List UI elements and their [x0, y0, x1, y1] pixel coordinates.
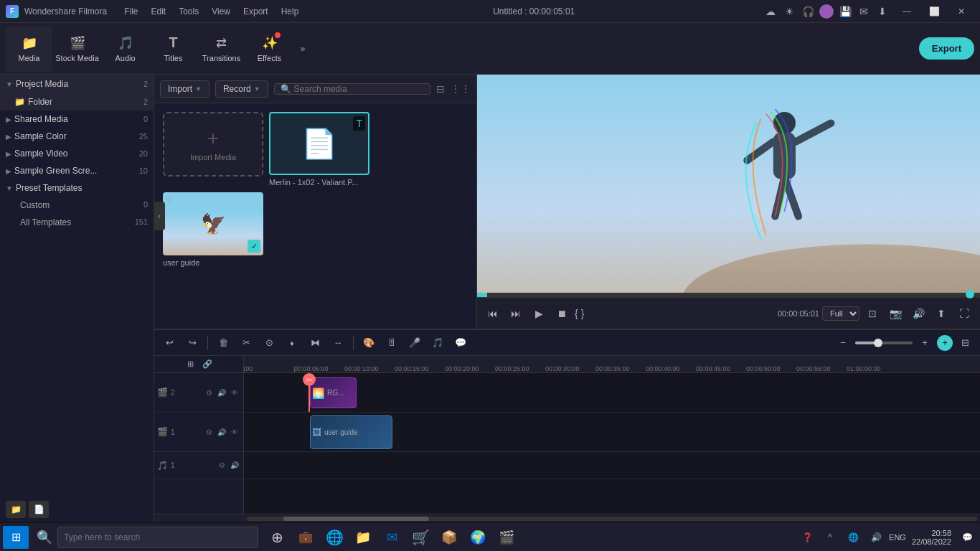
taskbar-edge-button[interactable]: 🌐 [321, 524, 347, 550]
menu-help[interactable]: Help [275, 5, 305, 18]
video2-mute-button[interactable]: 🔊 [216, 387, 227, 398]
sidebar-item-custom[interactable]: Custom 0 [0, 197, 154, 214]
sidebar-item-sample-video[interactable]: ▶ Sample Video 20 [0, 145, 154, 162]
redo-button[interactable]: ↪ [183, 334, 202, 352]
taskbar-search-input[interactable] [64, 532, 252, 542]
preview-progress-bar[interactable] [477, 293, 980, 297]
video1-settings-button[interactable]: ⚙ [203, 426, 215, 438]
effects-timeline-button[interactable]: 🎨 [359, 334, 378, 352]
playhead-head[interactable]: ✂ [303, 373, 316, 386]
panel-collapse-button[interactable]: ‹ [154, 202, 165, 230]
toolbar-more-button[interactable]: » [294, 40, 311, 57]
preset-templates-header[interactable]: ▼ Preset Templates [0, 179, 154, 197]
avatar[interactable] [819, 4, 834, 19]
import-media-card[interactable]: + Import Media [163, 112, 263, 176]
toolbar-media[interactable]: 📁 Media [6, 26, 52, 72]
minimize-button[interactable]: — [894, 0, 920, 23]
extract-icon[interactable]: ⬆ [931, 303, 951, 324]
subtitle-button[interactable]: 💬 [451, 334, 470, 352]
zoom-handle[interactable] [874, 339, 882, 347]
network-icon[interactable]: 🌐 [843, 527, 863, 547]
taskbar-files-button[interactable]: 📁 [350, 524, 376, 550]
stabilize-button[interactable]: ⧓ [306, 334, 324, 352]
scrollbar-thumb[interactable] [283, 517, 430, 521]
download-icon[interactable]: ⬇ [875, 4, 890, 19]
toolbar-stock-media[interactable]: 🎬 Stock Media [54, 26, 100, 72]
toolbar-audio[interactable]: 🎵 Audio [102, 26, 149, 72]
grid-icon[interactable]: ⋮⋮ [451, 83, 471, 95]
taskbar-help-icon[interactable]: ❓ [797, 527, 817, 547]
menu-view[interactable]: View [206, 5, 236, 18]
timeline-settings-button[interactable]: ⊟ [956, 334, 974, 352]
cut-button[interactable]: ✂ [237, 334, 255, 352]
volume-taskbar-icon[interactable]: 🔊 [866, 527, 886, 547]
taskbar-amazon-button[interactable]: 🛒 [407, 524, 433, 550]
taskbar-filmora-button[interactable]: 🎬 [494, 524, 519, 550]
toolbar-transitions[interactable]: ⇄ Transitions [198, 26, 245, 72]
audio1-mute-button[interactable]: 🔊 [229, 460, 240, 471]
add-track-button[interactable]: + [937, 335, 953, 351]
start-button[interactable]: ⊞ [3, 526, 29, 549]
fit-icon[interactable]: ⊡ [862, 303, 882, 324]
media-card-user-guide[interactable]: ⊞ 🦅 ✓ user guide [163, 192, 263, 267]
headphone-icon[interactable]: 🎧 [801, 4, 815, 19]
volume-icon[interactable]: 🔊 [908, 303, 928, 324]
add-folder-button[interactable]: 📁 [6, 501, 26, 518]
play-button[interactable]: ▶ [529, 303, 549, 324]
save-icon[interactable]: 💾 [838, 4, 852, 19]
menu-tools[interactable]: Tools [173, 5, 204, 18]
audio1-settings-button[interactable]: ⚙ [216, 460, 227, 471]
filter-icon[interactable]: ⊟ [436, 83, 445, 95]
microphone-button[interactable]: 🎤 [405, 334, 424, 352]
taskbar-dropbox-button[interactable]: 📦 [436, 524, 462, 550]
sidebar-item-all-templates[interactable]: All Templates 151 [0, 214, 154, 231]
undo-button[interactable]: ↩ [160, 334, 179, 352]
playhead[interactable]: ✂ [308, 373, 310, 412]
video1-mute-button[interactable]: 🔊 [216, 426, 227, 438]
video2-settings-button[interactable]: ⚙ [203, 387, 215, 398]
close-button[interactable]: ✕ [948, 0, 974, 23]
taskbar-expand-icon[interactable]: ^ [820, 527, 840, 547]
toolbar-titles[interactable]: T Titles [150, 26, 197, 72]
magnet-button[interactable]: ⊙ [260, 334, 278, 352]
snapshot-icon[interactable]: 📷 [885, 303, 905, 324]
add-item-button[interactable]: 📄 [29, 501, 49, 518]
clip-rg[interactable]: 🌅 RG... [310, 377, 357, 408]
delete-button[interactable]: 🗑 [214, 334, 232, 352]
taskbar-mail-button[interactable]: ✉ [379, 524, 405, 550]
video2-visibility-button[interactable]: 👁 [229, 387, 240, 398]
keyframe-button[interactable]: ⬧ [283, 334, 301, 352]
media-card-merlin[interactable]: 📄 T Merlin - 1x02 - Valiant.P... [269, 112, 369, 187]
zoom-bar[interactable] [855, 342, 913, 344]
zoom-select[interactable]: Full [822, 306, 859, 321]
record-button[interactable]: Record ▼ [215, 80, 268, 98]
music-button[interactable]: 🎵 [428, 334, 447, 352]
sidebar-item-sample-green[interactable]: ▶ Sample Green Scre... 10 [0, 162, 154, 179]
taskbar-cortana-button[interactable]: ⊕ [264, 524, 290, 550]
menu-file[interactable]: File [118, 5, 143, 18]
add-media-button[interactable]: ⊞ [183, 357, 197, 372]
zoom-in-button[interactable]: + [915, 334, 934, 352]
video1-visibility-button[interactable]: 👁 [229, 426, 240, 438]
step-back-button[interactable]: ⏮ [483, 303, 503, 324]
zoom-out-button[interactable]: − [834, 334, 852, 352]
taskbar-vpn-button[interactable]: 🌍 [465, 524, 491, 550]
toolbar-effects[interactable]: ✨ Effects [246, 26, 293, 72]
expand-icon[interactable]: ⛶ [954, 303, 974, 324]
import-button[interactable]: Import ▼ [160, 80, 209, 98]
cloud-icon[interactable]: ☁ [763, 4, 778, 19]
step-forward-button[interactable]: ⏭ [506, 303, 526, 324]
sun-icon[interactable]: ☀ [782, 4, 796, 19]
audio-mix-button[interactable]: 🎚 [382, 334, 401, 352]
sidebar-item-shared-media[interactable]: ▶ Shared Media 0 [0, 110, 154, 128]
ripple-button[interactable]: ↔ [329, 334, 347, 352]
clip-user-guide[interactable]: 🖼 user guide [310, 415, 392, 449]
notification-button[interactable]: 💬 [957, 527, 977, 547]
link-button[interactable]: 🔗 [200, 357, 215, 372]
stop-button[interactable]: ⏹ [552, 303, 572, 324]
export-button[interactable]: Export [919, 37, 974, 60]
search-input[interactable] [294, 84, 424, 94]
taskbar-taskview-button[interactable]: 💼 [293, 524, 319, 550]
progress-handle[interactable] [966, 290, 974, 298]
sidebar-item-sample-color[interactable]: ▶ Sample Color 25 [0, 128, 154, 145]
